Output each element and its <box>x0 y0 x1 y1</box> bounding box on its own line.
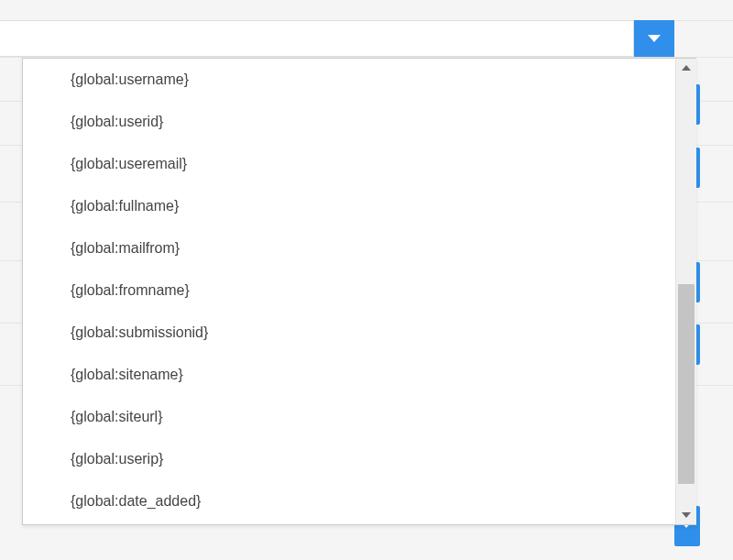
option-item[interactable]: {global:userip} <box>23 438 675 480</box>
option-item[interactable]: {global:siteurl} <box>23 396 675 438</box>
option-item[interactable]: {global:sitename} <box>23 354 675 396</box>
option-item[interactable]: {global:fullname} <box>23 185 675 227</box>
chevron-up-icon <box>682 65 691 71</box>
option-item[interactable]: {global:date_added} <box>23 480 675 522</box>
option-item[interactable]: {global:username} <box>23 59 675 101</box>
option-item[interactable]: {global:mailfrom} <box>23 227 675 269</box>
token-input[interactable] <box>0 20 634 57</box>
option-item[interactable]: {global:userid} <box>23 101 675 143</box>
option-item[interactable]: {global:submissionid} <box>23 312 675 354</box>
dropdown-panel: {global:username} {global:userid} {globa… <box>22 58 696 525</box>
scrollbar[interactable] <box>675 59 695 524</box>
option-item[interactable]: {global:useremail} <box>23 143 675 185</box>
dropdown-toggle-button[interactable] <box>634 20 674 57</box>
scroll-up-button[interactable] <box>676 59 696 77</box>
scroll-down-button[interactable] <box>676 506 696 524</box>
caret-down-icon <box>648 35 661 42</box>
scrollbar-thumb[interactable] <box>678 284 695 484</box>
option-item[interactable]: {global:fromname} <box>23 269 675 312</box>
chevron-down-icon <box>682 512 691 518</box>
options-list: {global:username} {global:userid} {globa… <box>23 59 675 524</box>
